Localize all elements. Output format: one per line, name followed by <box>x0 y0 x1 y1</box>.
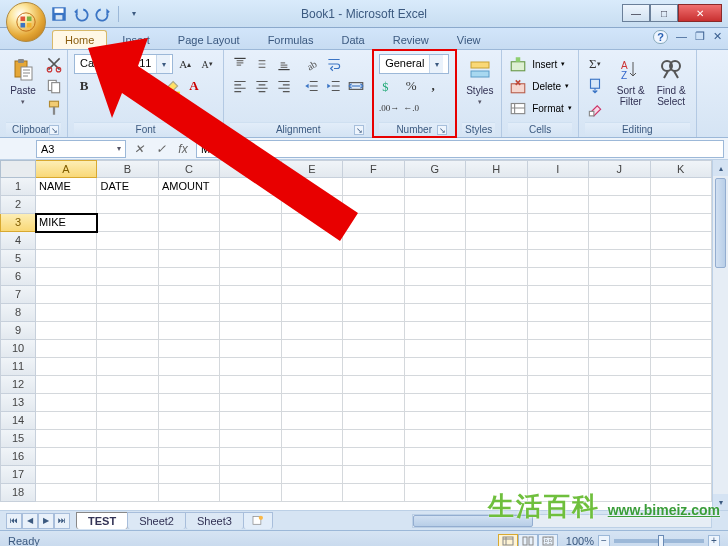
align-middle-icon[interactable] <box>252 54 272 74</box>
cell-J16[interactable] <box>589 448 650 466</box>
cell-E8[interactable] <box>282 304 343 322</box>
cell-J9[interactable] <box>589 322 650 340</box>
cell-E4[interactable] <box>282 232 343 250</box>
sheet-tab-sheet2[interactable]: Sheet2 <box>127 512 186 529</box>
cell-H1[interactable] <box>466 178 527 196</box>
fill-icon[interactable] <box>585 76 605 96</box>
minimize-button[interactable]: — <box>622 4 650 22</box>
cell-A13[interactable] <box>36 394 97 412</box>
cell-B14[interactable] <box>97 412 158 430</box>
cell-H10[interactable] <box>466 340 527 358</box>
column-header-D[interactable]: D <box>220 160 281 178</box>
tab-nav-first-icon[interactable]: ⏮ <box>6 513 22 529</box>
align-left-icon[interactable] <box>230 76 250 96</box>
cell-E17[interactable] <box>282 466 343 484</box>
cell-A14[interactable] <box>36 412 97 430</box>
cell-K11[interactable] <box>651 358 712 376</box>
sheet-tab-sheet3[interactable]: Sheet3 <box>185 512 244 529</box>
cell-F11[interactable] <box>343 358 404 376</box>
cell-B6[interactable] <box>97 268 158 286</box>
cell-B13[interactable] <box>97 394 158 412</box>
cell-K2[interactable] <box>651 196 712 214</box>
cell-H18[interactable] <box>466 484 527 502</box>
cell-I4[interactable] <box>528 232 589 250</box>
cell-D2[interactable] <box>220 196 281 214</box>
align-bottom-icon[interactable] <box>274 54 294 74</box>
cell-C16[interactable] <box>159 448 220 466</box>
cell-J3[interactable] <box>589 214 650 232</box>
cell-H15[interactable] <box>466 430 527 448</box>
accounting-format-icon[interactable]: $ <box>379 76 399 96</box>
cell-G11[interactable] <box>405 358 466 376</box>
autosum-icon[interactable]: Σ▾ <box>585 54 605 74</box>
cell-G18[interactable] <box>405 484 466 502</box>
cell-E18[interactable] <box>282 484 343 502</box>
enter-icon[interactable]: ✓ <box>152 140 170 158</box>
new-sheet-icon[interactable] <box>243 512 273 529</box>
decrease-font-icon[interactable]: A▾ <box>197 54 217 74</box>
cell-H7[interactable] <box>466 286 527 304</box>
cell-J17[interactable] <box>589 466 650 484</box>
cell-D12[interactable] <box>220 376 281 394</box>
cell-D16[interactable] <box>220 448 281 466</box>
page-break-view-icon[interactable] <box>538 534 558 547</box>
cell-F6[interactable] <box>343 268 404 286</box>
cell-K16[interactable] <box>651 448 712 466</box>
cell-J6[interactable] <box>589 268 650 286</box>
font-color-icon[interactable]: A <box>184 76 204 96</box>
cell-D17[interactable] <box>220 466 281 484</box>
paste-button[interactable]: Paste ▾ <box>6 54 40 109</box>
tab-page-layout[interactable]: Page Layout <box>165 30 253 49</box>
cell-K1[interactable] <box>651 178 712 196</box>
increase-font-icon[interactable]: A▴ <box>175 54 195 74</box>
cell-F2[interactable] <box>343 196 404 214</box>
cell-K17[interactable] <box>651 466 712 484</box>
cell-B3[interactable] <box>97 214 158 232</box>
cell-B9[interactable] <box>97 322 158 340</box>
cell-I18[interactable] <box>528 484 589 502</box>
cell-G17[interactable] <box>405 466 466 484</box>
cell-I3[interactable] <box>528 214 589 232</box>
cell-F17[interactable] <box>343 466 404 484</box>
cell-K4[interactable] <box>651 232 712 250</box>
cell-G6[interactable] <box>405 268 466 286</box>
cell-B15[interactable] <box>97 430 158 448</box>
cell-G15[interactable] <box>405 430 466 448</box>
cell-I6[interactable] <box>528 268 589 286</box>
row-header-11[interactable]: 11 <box>0 358 36 376</box>
cell-styles-button[interactable]: Styles ▾ <box>462 54 497 109</box>
cell-B7[interactable] <box>97 286 158 304</box>
cell-J5[interactable] <box>589 250 650 268</box>
font-size-selector[interactable]: 11▾ <box>133 54 173 74</box>
cell-K8[interactable] <box>651 304 712 322</box>
cell-E1[interactable] <box>282 178 343 196</box>
cell-C2[interactable] <box>159 196 220 214</box>
zoom-level[interactable]: 100% <box>566 535 594 547</box>
cell-F15[interactable] <box>343 430 404 448</box>
zoom-slider[interactable] <box>614 539 704 543</box>
cell-E14[interactable] <box>282 412 343 430</box>
cell-D10[interactable] <box>220 340 281 358</box>
row-header-4[interactable]: 4 <box>0 232 36 250</box>
cell-G10[interactable] <box>405 340 466 358</box>
decrease-decimal-icon[interactable]: ←.0 <box>401 98 421 118</box>
alignment-launcher-icon[interactable]: ↘ <box>354 125 364 135</box>
cell-G7[interactable] <box>405 286 466 304</box>
decrease-indent-icon[interactable] <box>302 76 322 96</box>
cell-A16[interactable] <box>36 448 97 466</box>
orientation-icon[interactable]: ab <box>302 54 322 74</box>
cell-E10[interactable] <box>282 340 343 358</box>
cell-H8[interactable] <box>466 304 527 322</box>
cell-J10[interactable] <box>589 340 650 358</box>
cell-K18[interactable] <box>651 484 712 502</box>
cell-B18[interactable] <box>97 484 158 502</box>
tab-formulas[interactable]: Formulas <box>255 30 327 49</box>
cell-I8[interactable] <box>528 304 589 322</box>
tab-insert[interactable]: Insert <box>109 30 163 49</box>
cell-A11[interactable] <box>36 358 97 376</box>
horizontal-scrollbar[interactable] <box>412 514 712 528</box>
workbook-minimize-icon[interactable]: — <box>676 30 687 44</box>
maximize-button[interactable]: □ <box>650 4 678 22</box>
cell-F18[interactable] <box>343 484 404 502</box>
cell-B11[interactable] <box>97 358 158 376</box>
